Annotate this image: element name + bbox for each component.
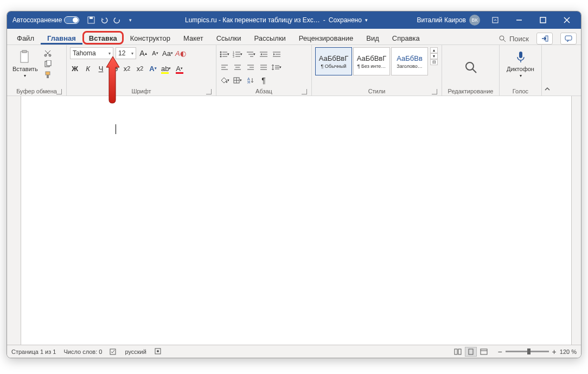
svg-text:Я: Я <box>247 80 250 84</box>
multilevel-button[interactable]: ▾ <box>246 49 255 59</box>
tab-references[interactable]: Ссылки <box>210 31 248 45</box>
tab-file[interactable]: Файл <box>10 31 41 45</box>
close-icon[interactable] <box>555 11 579 29</box>
clipboard-label: Буфер обмена <box>16 88 57 94</box>
style-gallery[interactable]: АаБбВвГ¶ Обычный АаБбВвГ¶ Без инте… АаБб… <box>315 47 428 75</box>
styles-up-button[interactable]: ▴ <box>430 47 438 53</box>
user-account[interactable]: Виталий Каиров ВК <box>413 15 483 26</box>
text-effects-button[interactable]: A▾ <box>148 64 158 73</box>
collapse-ribbon-button[interactable] <box>542 45 553 96</box>
font-launcher[interactable] <box>206 89 212 94</box>
line-spacing-button[interactable]: ▾ <box>272 62 282 72</box>
styles-more-button[interactable]: ⊟ <box>430 59 438 65</box>
redo-icon[interactable] <box>113 16 122 24</box>
multilevel-icon <box>246 51 253 58</box>
svg-rect-16 <box>47 60 51 66</box>
page-indicator[interactable]: Страница 1 из 1 <box>11 348 56 355</box>
share-button[interactable] <box>536 33 553 45</box>
font-name-combo[interactable]: Tahoma▾ <box>70 47 113 59</box>
bold-button[interactable]: Ж <box>70 64 80 73</box>
svg-line-62 <box>472 69 476 73</box>
show-marks-button[interactable]: ¶ <box>259 75 269 85</box>
svg-rect-4 <box>540 17 546 23</box>
copy-button[interactable] <box>42 59 53 69</box>
subscript-button[interactable]: x2 <box>122 64 132 73</box>
zoom-in-button[interactable]: + <box>552 347 557 356</box>
svg-line-8 <box>503 40 506 42</box>
statusbar: Страница 1 из 1 Число слов: 0 русский − … <box>7 345 581 358</box>
web-layout-button[interactable] <box>478 347 490 357</box>
grow-font-button[interactable]: A▴ <box>138 48 148 58</box>
dictate-button[interactable]: Диктофон ▾ <box>504 47 536 80</box>
highlight-button[interactable]: ab▾ <box>161 64 171 73</box>
tab-review[interactable]: Рецензирование <box>292 31 360 45</box>
style-normal[interactable]: АаБбВвГ¶ Обычный <box>315 47 352 75</box>
search-input[interactable]: Поиск <box>498 35 529 43</box>
word-count[interactable]: Число слов: 0 <box>63 348 102 355</box>
shrink-font-button[interactable]: A▾ <box>150 48 160 58</box>
clear-formatting-button[interactable]: A◐ <box>175 48 186 58</box>
zoom-slider[interactable] <box>506 351 549 352</box>
change-case-button[interactable]: Aa▾ <box>162 48 173 58</box>
tab-layout[interactable]: Макет <box>177 31 210 45</box>
svg-rect-17 <box>46 72 50 75</box>
macro-icon[interactable] <box>154 347 162 356</box>
styles-launcher[interactable] <box>432 89 437 94</box>
paste-button[interactable]: Вставить ▾ <box>10 47 40 80</box>
paragraph-launcher[interactable] <box>302 89 307 94</box>
ribbon: Вставить ▾ Буфер обмена Tahoma▾ 12▾ A▴ A… <box>7 45 581 96</box>
clipboard-launcher[interactable] <box>56 89 62 94</box>
svg-point-21 <box>220 54 222 55</box>
style-heading1[interactable]: АаБбВвЗаголово… <box>391 47 428 75</box>
styles-down-button[interactable]: ▾ <box>430 53 438 59</box>
font-size-combo[interactable]: 12▾ <box>116 47 136 59</box>
autosave-toggle[interactable]: Автосохранение <box>9 16 82 24</box>
search-icon <box>463 60 478 75</box>
numbering-button[interactable]: 123▾ <box>233 49 242 59</box>
print-layout-button[interactable] <box>465 347 477 357</box>
document-page[interactable] <box>21 96 571 345</box>
superscript-button[interactable]: x2 <box>135 64 145 73</box>
tab-view[interactable]: Вид <box>360 31 386 45</box>
tab-help[interactable]: Справка <box>386 31 426 45</box>
spellcheck-icon[interactable] <box>110 347 117 356</box>
tab-home[interactable]: Главная <box>41 31 82 45</box>
minimize-icon[interactable] <box>507 11 531 29</box>
font-label: Шрифт <box>131 88 151 94</box>
undo-icon[interactable] <box>100 16 108 24</box>
shading-button[interactable]: ▾ <box>220 75 229 85</box>
font-color-button[interactable]: A▾ <box>174 64 184 73</box>
align-center-button[interactable] <box>233 62 242 72</box>
tab-mailings[interactable]: Рассылки <box>248 31 292 45</box>
borders-button[interactable]: ▾ <box>233 75 242 85</box>
qat-customize-icon[interactable]: ▾ <box>126 16 135 24</box>
increase-indent-button[interactable] <box>272 49 282 59</box>
zoom-level[interactable]: 120 % <box>560 348 577 355</box>
align-left-button[interactable] <box>220 62 229 72</box>
tab-insert[interactable]: Вставка <box>82 31 124 45</box>
cut-button[interactable] <box>42 48 53 58</box>
scissors-icon <box>44 49 52 57</box>
strikethrough-button[interactable]: ab <box>109 64 119 73</box>
language-indicator[interactable]: русский <box>125 348 146 355</box>
underline-button[interactable]: Ч <box>96 64 106 73</box>
comments-button[interactable] <box>560 33 577 45</box>
style-nospacing[interactable]: АаБбВвГ¶ Без инте… <box>353 47 390 75</box>
vertical-scrollbar[interactable] <box>571 96 581 345</box>
maximize-icon[interactable] <box>531 11 555 29</box>
read-mode-button[interactable] <box>452 347 464 357</box>
bullets-button[interactable]: ▾ <box>220 49 229 59</box>
find-button[interactable] <box>459 58 483 77</box>
sort-button[interactable]: AЯ <box>246 75 255 85</box>
save-icon[interactable] <box>87 16 95 24</box>
zoom-out-button[interactable]: − <box>497 347 502 356</box>
justify-button[interactable] <box>259 62 269 72</box>
avatar: ВК <box>469 15 480 26</box>
decrease-indent-button[interactable] <box>259 49 269 59</box>
tab-design[interactable]: Конструктор <box>124 31 177 45</box>
align-right-button[interactable] <box>246 62 255 72</box>
format-painter-button[interactable] <box>42 70 53 80</box>
styles-label: Стили <box>368 88 386 94</box>
ribbon-display-icon[interactable] <box>483 11 507 29</box>
italic-button[interactable]: К <box>83 64 93 73</box>
